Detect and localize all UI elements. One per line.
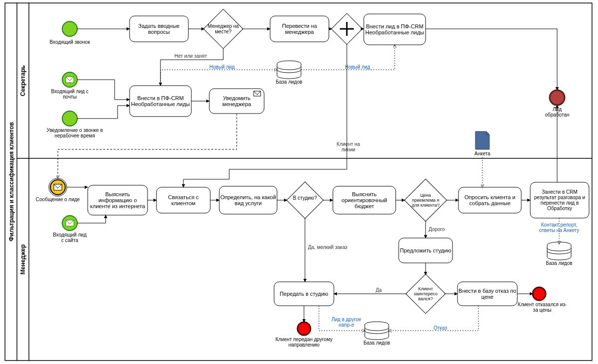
task-det-service-label: Определить, на какой вид услуги — [220, 187, 276, 213]
event-lead-done — [550, 90, 565, 105]
event-call-in-label: Входящий звонок — [49, 39, 90, 45]
event-mail-in-label: Входящий лид с почты — [50, 89, 90, 100]
flows — [67, 29, 557, 322]
artifact-questionnaire — [475, 131, 489, 149]
task-notify-mgr-label: Уведомить менеджера — [210, 90, 263, 113]
lbl-other-dir: Лид в другое напр-е — [329, 317, 364, 328]
lane-mgr-label: Менеджер — [19, 244, 26, 275]
lbl-no-or-busy: Нет или занят — [174, 53, 207, 59]
msgflow-notify-to-lead — [58, 114, 237, 178]
task-transfer-mgr-label: Перевести на менеджера — [271, 17, 328, 41]
datastore-leads2-label: База лидов — [363, 340, 390, 346]
task-hand-studio-label: Передать в студию — [275, 283, 333, 305]
lbl-refuse: Отказ — [434, 325, 447, 331]
task-est-budget-label: Выяснить ориентировочный бюджет — [334, 187, 395, 213]
task-refuse-db-label: Внести в базу отказ по цене — [458, 283, 516, 305]
lbl-expensive: Дорого — [429, 227, 445, 232]
event-call-in — [62, 21, 77, 36]
datastore-leads1 — [277, 61, 301, 79]
event-handed-off-label: Клиент передан другому направлению — [275, 337, 333, 348]
task-offer-studio-label: Предложить студию — [400, 239, 451, 262]
lbl-new-lead-2: Новый лид — [345, 64, 370, 70]
datastore-leads3 — [547, 242, 571, 260]
datastore-leads2 — [365, 322, 389, 340]
event-msg-about-lead — [49, 178, 67, 196]
event-afterhours-label: Уведомление о звонке в нерабочее время — [40, 127, 110, 138]
datastore-leads1-label: База лидов — [276, 79, 302, 85]
pool-label: Фильтрация и классификация клиентов — [8, 122, 15, 242]
task-save-crm-label: Занести в CRM результат разговора и пере… — [531, 183, 588, 217]
bpmn-diagram: Фильтрация и классификация клиентов Секр… — [0, 0, 598, 364]
gw-to-studio-label: В студию? — [291, 195, 319, 201]
event-refused-price-label: Клиент отказался из-за цены — [517, 302, 567, 313]
task-contact-label: Связаться с клиентом — [157, 188, 209, 212]
event-handed-off — [298, 322, 310, 335]
artifact-questionnaire-label: Анкета — [474, 151, 490, 156]
gw-parallel — [331, 13, 362, 44]
event-lead-from-site-label: Входящий лид с сайта — [52, 232, 88, 243]
gw-price-ok-label: Цена приемлема я для клиента? — [409, 189, 443, 211]
event-mail-in — [62, 72, 77, 87]
task-ask-intro-label: Задать вводные вопросы — [131, 17, 187, 41]
datastore-leads3-label: База лидов — [546, 260, 572, 266]
lbl-new-lead-1: Новый лид — [209, 64, 235, 70]
pool-frame — [5, 3, 592, 361]
task-survey-label: Опросить клиента и собрать данные — [459, 188, 520, 212]
event-lead-from-site — [62, 216, 77, 231]
lbl-contact-report: Контакт репорт, ответы на Анкету — [534, 222, 584, 233]
event-refused-price — [533, 287, 546, 300]
gw-mgr-present-label: Менеджер на месте? — [207, 19, 240, 39]
lane-sec-label: Секретарь — [19, 65, 26, 96]
task-put-pf-crm-label: Внести в ПФ-CRM Необработанные лиды — [131, 87, 190, 116]
task-put-lead-crm-label: Внести лид в ПФ-CRM Необработанные лиды — [365, 15, 425, 44]
lbl-client-line: Клиент на линии — [331, 141, 366, 152]
task-dig-info-label: Выяснить информацию о клиенте из интерне… — [89, 186, 147, 214]
event-afterhours — [62, 111, 77, 126]
event-msg-about-lead-label: Сообщение о лиде — [36, 197, 80, 202]
lbl-yes-small: Да, мелкий заказ — [308, 244, 347, 250]
lbl-yes: Да — [376, 287, 382, 293]
gw-interested-label: Клиент заинтересо вался? — [410, 284, 442, 304]
